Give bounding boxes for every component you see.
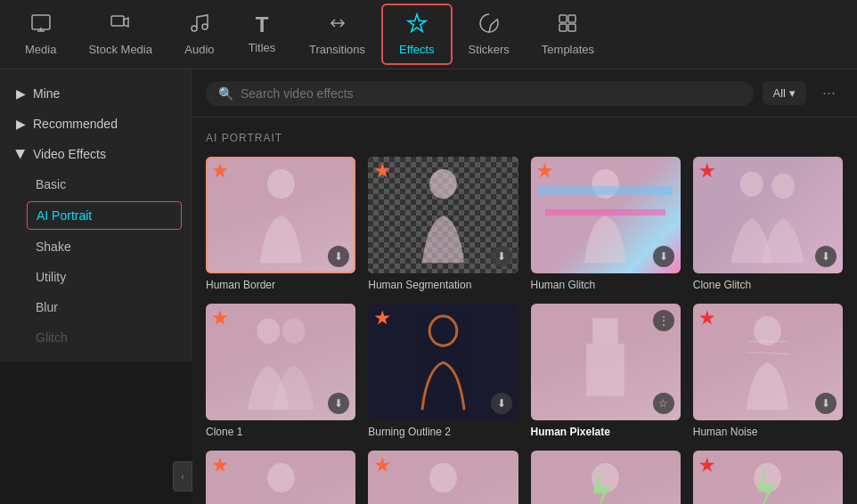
nav-label-stock-media: Stock Media	[88, 43, 152, 56]
effect-name-human-glitch: Human Glitch	[531, 279, 681, 291]
svg-point-23	[429, 463, 457, 492]
effect-card-neon-ring-2[interactable]: ⬇ Neon Ring 2	[368, 451, 518, 504]
svg-rect-6	[559, 24, 567, 31]
section-label: AI PORTRAIT	[206, 132, 843, 144]
effect-name-human-border: Human Border	[206, 279, 355, 291]
download-btn-human-glitch[interactable]: ⬇	[653, 246, 674, 267]
mine-arrow-icon: ▶	[16, 86, 26, 101]
sidebar-child-shake[interactable]: Shake	[0, 232, 191, 262]
filter-chevron-icon: ▾	[789, 86, 796, 100]
nav-item-effects[interactable]: Effects	[381, 4, 453, 65]
media-icon	[30, 12, 52, 37]
sidebar-item-recommended[interactable]: ▶ Recommended	[0, 109, 191, 139]
sidebar-collapse-button[interactable]: ‹	[173, 461, 192, 492]
nav-item-audio[interactable]: Audio	[168, 5, 231, 63]
filter-dropdown-button[interactable]: All ▾	[763, 81, 806, 105]
download-btn-burning[interactable]: ⬇	[491, 393, 512, 414]
svg-point-9	[429, 169, 457, 199]
effect-thumb-human-border: ⬇	[206, 157, 355, 273]
titles-icon: T	[256, 14, 269, 36]
nav-item-transitions[interactable]: Transitions	[293, 5, 381, 63]
svg-rect-4	[559, 15, 567, 22]
effect-name-human-pixelate: Human Pixelate	[531, 426, 681, 438]
sidebar-child-utility[interactable]: Utility	[0, 262, 191, 292]
effect-thumb-neon-flow-4: ⬇	[206, 451, 355, 504]
nav-item-templates[interactable]: Templates	[526, 5, 610, 63]
svg-line-20	[747, 352, 788, 354]
effect-card-human-pixelate[interactable]: ⋮ ☆ Human Pixelate	[531, 304, 681, 438]
dots-btn-pixelate[interactable]: ⋮	[653, 310, 674, 331]
sidebar-shake-label: Shake	[36, 240, 71, 254]
effect-thumb-human-glitch: ⬇	[531, 157, 681, 273]
effect-card-human-glitch[interactable]: ⬇ Human Glitch	[531, 157, 681, 291]
sidebar: ▶ Mine ▶ Recommended ▶ Video Effects Bas…	[0, 69, 192, 362]
effect-name-clone-glitch: Clone Glitch	[693, 279, 843, 291]
sidebar-basic-label: Basic	[36, 177, 66, 191]
sidebar-child-glitch: Glitch	[0, 322, 191, 353]
sidebar-mine-label: Mine	[33, 86, 60, 101]
svg-point-11	[740, 171, 763, 196]
effect-card-neon-flow-4[interactable]: ⬇ Neon Flow 4	[206, 451, 355, 504]
svg-point-21	[267, 463, 295, 492]
video-effects-arrow-icon: ▶	[14, 150, 29, 159]
effect-thumb-lightning-flash-2: ⬇	[693, 451, 843, 504]
svg-point-3	[202, 24, 208, 29]
sidebar-item-video-effects[interactable]: ▶ Video Effects	[0, 139, 191, 169]
svg-point-15	[429, 316, 457, 345]
effect-card-lightning-flash-2[interactable]: ⬇ Lightning Flash 2	[693, 451, 843, 504]
effect-card-human-segmentation[interactable]: ⬇ Human Segmentation	[368, 157, 518, 291]
svg-rect-16	[592, 318, 617, 343]
more-options-button[interactable]: ···	[815, 80, 843, 106]
nav-label-transitions: Transitions	[309, 43, 365, 56]
content-area: 🔍 All ▾ ··· AI PORTRAIT	[192, 69, 857, 504]
effects-icon	[406, 12, 428, 37]
nav-item-stock-media[interactable]: Stock Media	[72, 5, 168, 63]
svg-point-2	[192, 26, 197, 31]
sidebar-child-ai-portrait[interactable]: AI Portrait	[27, 201, 182, 230]
sidebar-utility-label: Utility	[36, 270, 66, 284]
effect-thumb-lightning-flash-1: ⬇	[531, 451, 681, 504]
sidebar-ai-portrait-label: AI Portrait	[37, 208, 92, 223]
sidebar-wrap: ▶ Mine ▶ Recommended ▶ Video Effects Bas…	[0, 69, 192, 504]
sidebar-child-basic[interactable]: Basic	[0, 169, 191, 199]
effects-area: AI PORTRAIT ⬇ Human Border	[192, 118, 857, 504]
sidebar-child-blur[interactable]: Blur	[0, 292, 191, 322]
effect-card-human-noise[interactable]: ⬇ Human Noise	[693, 304, 843, 438]
svg-point-14	[282, 318, 305, 343]
stickers-icon	[478, 12, 500, 37]
nav-label-stickers: Stickers	[469, 43, 510, 56]
transitions-icon	[327, 12, 348, 37]
nav-item-titles[interactable]: T Titles	[231, 7, 293, 61]
effect-card-burning-outline[interactable]: ⬇ Burning Outline 2	[368, 304, 518, 438]
sidebar-glitch-label: Glitch	[36, 330, 68, 345]
nav-item-stickers[interactable]: Stickers	[453, 5, 526, 63]
search-bar: 🔍 All ▾ ···	[192, 69, 857, 118]
svg-point-13	[257, 318, 280, 343]
nav-label-audio: Audio	[184, 43, 214, 56]
effect-card-clone-glitch[interactable]: ⬇ Clone Glitch	[693, 157, 843, 291]
effect-name-human-noise: Human Noise	[693, 426, 843, 438]
recommended-arrow-icon: ▶	[16, 117, 26, 131]
effect-thumb-human-pixelate: ⋮ ☆	[531, 304, 681, 420]
nav-label-effects: Effects	[399, 43, 435, 56]
effect-card-lightning-flash-1[interactable]: ⬇ Lightning Flash 1	[531, 451, 681, 504]
effect-card-human-border[interactable]: ⬇ Human Border	[206, 157, 355, 291]
effect-thumb-neon-ring-2: ⬇	[368, 451, 518, 504]
main-layout: ▶ Mine ▶ Recommended ▶ Video Effects Bas…	[0, 69, 857, 504]
sidebar-item-mine[interactable]: ▶ Mine	[0, 78, 191, 109]
search-input[interactable]	[241, 86, 741, 101]
nav-item-media[interactable]: Media	[9, 5, 72, 63]
effect-name-human-segmentation: Human Segmentation	[368, 279, 518, 291]
effect-card-clone-1[interactable]: ⬇ Clone 1	[206, 304, 355, 438]
nav-label-media: Media	[25, 43, 56, 56]
nav-label-titles: Titles	[249, 41, 276, 54]
stock-media-icon	[110, 12, 131, 37]
svg-rect-17	[586, 344, 624, 396]
collapse-icon: ‹	[181, 472, 184, 482]
sidebar-recommended-label: Recommended	[33, 117, 118, 131]
filter-label: All	[773, 86, 786, 100]
search-icon: 🔍	[218, 86, 233, 101]
effect-name-clone-1: Clone 1	[206, 426, 355, 438]
download-btn-human-seg[interactable]: ⬇	[491, 246, 512, 267]
svg-rect-1	[111, 16, 124, 26]
